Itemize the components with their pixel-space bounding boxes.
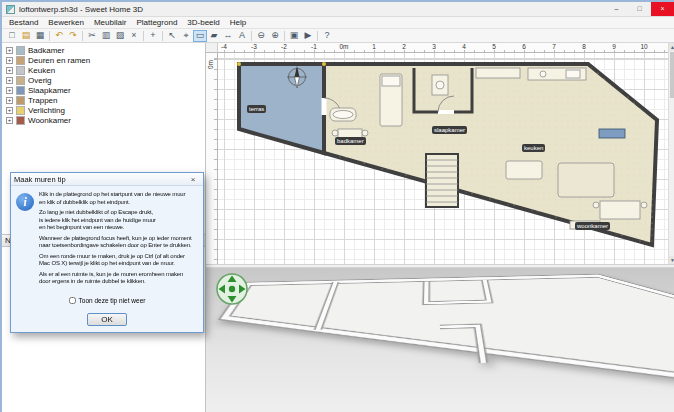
sidebar-item-deuren-en-ramen[interactable]: + Deuren en ramen [2, 55, 205, 65]
sidebar-item-keuken[interactable]: + Keuken [2, 65, 205, 75]
menu-3d-beeld[interactable]: 3D-beeld [182, 18, 224, 27]
expand-icon[interactable]: + [6, 77, 13, 84]
select-tool-button[interactable]: ↖ [165, 30, 179, 42]
menu-help[interactable]: Help [225, 18, 251, 27]
sidebar-item-overig[interactable]: + Overig [2, 75, 205, 85]
save-button[interactable]: ▦ [33, 30, 47, 42]
window-title: loftontwerp.sh3d - Sweet Home 3D [19, 5, 605, 14]
expand-icon[interactable]: + [6, 117, 13, 124]
redo-button[interactable]: ↷ [66, 30, 80, 42]
catalog-tree: + Badkamer + Deuren en ramen + Keuken + … [2, 43, 205, 125]
floor-plan[interactable] [218, 53, 668, 264]
toolbar-separator [251, 31, 252, 41]
create-walls-tool-button[interactable]: ▭ [193, 30, 207, 42]
create-photo-button[interactable]: ▣ [287, 30, 301, 42]
toolbar-separator [49, 31, 50, 41]
room-label-keuken[interactable]: keuken [522, 144, 545, 152]
redo-icon: ↷ [69, 31, 77, 40]
info-icon: i [16, 193, 34, 211]
menu-bestand[interactable]: Bestand [4, 18, 43, 27]
cut-button[interactable]: ✂ [85, 30, 99, 42]
zoom-out-icon: ⊖ [257, 31, 265, 40]
sidebar-item-verlichting[interactable]: + Verlichting [2, 105, 205, 115]
expand-icon[interactable]: + [6, 57, 13, 64]
room-label-badkamer[interactable]: badkamer [335, 137, 366, 145]
create-dimensions-tool-button[interactable]: ↔ [221, 30, 235, 42]
sidebar-item-woonkamer[interactable]: + Woonkamer [2, 115, 205, 125]
scrollbar-thumb[interactable] [670, 52, 674, 98]
ruler-number: 1 [372, 43, 376, 50]
expand-icon[interactable]: + [6, 47, 13, 54]
ruler-number: 0m [339, 43, 348, 50]
new-button[interactable]: □ [5, 30, 19, 42]
dialog-text-line: naar toetsenbordingave schakelen door op… [39, 242, 198, 250]
category-label: Slaapkamer [28, 86, 71, 95]
dialog-title-bar[interactable]: Maak muren tip × [11, 173, 203, 186]
delete-button[interactable]: × [127, 30, 141, 42]
expand-icon[interactable]: + [6, 67, 13, 74]
ruler-number: 7 [552, 43, 556, 50]
pan-icon: ⌖ [183, 31, 188, 40]
category-label: Keuken [28, 66, 55, 75]
menu-bewerken[interactable]: Bewerken [43, 18, 89, 27]
dialog-text-line: Mac OS X) terwijl je klikt op het eindpu… [39, 260, 198, 268]
room-label-slaapkamer[interactable]: slaapkamer [432, 126, 467, 134]
scroll-down-icon[interactable]: ▼ [669, 256, 674, 264]
toolbar-separator [317, 31, 318, 41]
copy-button[interactable]: ▥ [99, 30, 113, 42]
help-icon: ? [324, 31, 329, 40]
sidebar-item-slaapkamer[interactable]: + Slaapkamer [2, 85, 205, 95]
dialog-body: i Klik in de plattegrond op het startpun… [11, 186, 203, 294]
floor-plan-canvas[interactable]: terras badkamer slaapkamer keuken woonka… [218, 53, 668, 264]
expand-icon[interactable]: + [6, 107, 13, 114]
scroll-up-icon[interactable]: ▲ [669, 43, 674, 51]
ruler-number: 8 [582, 43, 586, 50]
room-label-terras[interactable]: terras [247, 105, 266, 113]
ruler-number: 2 [402, 43, 406, 50]
expand-icon[interactable]: + [6, 87, 13, 94]
open-folder-icon: ▤ [22, 31, 31, 40]
cut-scissors-icon: ✂ [88, 31, 96, 40]
3d-walls[interactable] [206, 269, 674, 412]
create-rooms-icon: ▰ [211, 31, 218, 40]
dont-show-again-checkbox[interactable] [69, 297, 76, 304]
ruler-number: 4 [462, 43, 466, 50]
zoom-in-button[interactable]: ⊕ [268, 30, 282, 42]
undo-button[interactable]: ↶ [52, 30, 66, 42]
help-button[interactable]: ? [320, 30, 334, 42]
open-button[interactable]: ▤ [19, 30, 33, 42]
room-label-woonkamer[interactable]: woonkamer [575, 222, 610, 230]
zoom-out-button[interactable]: ⊖ [254, 30, 268, 42]
photo-icon: ▣ [290, 31, 299, 40]
dialog-close-icon[interactable]: × [186, 175, 200, 184]
create-walls-icon: ▭ [196, 31, 205, 40]
category-deuren-icon [16, 56, 25, 65]
plan-vertical-scrollbar[interactable]: ▲ ▼ [668, 43, 674, 264]
category-keuken-icon [16, 66, 25, 75]
create-video-button[interactable]: ▶ [301, 30, 315, 42]
close-button[interactable]: × [651, 2, 674, 16]
sidebar-item-trappen[interactable]: + Trappen [2, 95, 205, 105]
expand-icon[interactable]: + [6, 97, 13, 104]
dialog-text-line: en klik of dubbelklik op het eindpunt. [39, 199, 198, 207]
toolbar-separator [82, 31, 83, 41]
minimize-button[interactable]: – [605, 2, 628, 16]
ok-button[interactable]: OK [87, 313, 127, 326]
delete-icon: × [131, 31, 136, 40]
add-furniture-button[interactable]: + [146, 30, 160, 42]
ruler-number: 3 [432, 43, 436, 50]
category-woonkamer-icon [16, 116, 25, 125]
pan-tool-button[interactable]: ⌖ [179, 30, 193, 42]
add-text-tool-button[interactable]: A [235, 30, 249, 42]
menu-meubilair[interactable]: Meubilair [89, 18, 131, 27]
3d-navigation-pad-icon[interactable] [216, 273, 248, 305]
category-label: Verlichting [28, 106, 65, 115]
paste-button[interactable]: ▨ [113, 30, 127, 42]
3d-view-panel[interactable] [206, 268, 674, 412]
menu-plattegrond[interactable]: Plattegrond [131, 18, 182, 27]
select-arrow-icon: ↖ [168, 31, 176, 40]
create-rooms-tool-button[interactable]: ▰ [207, 30, 221, 42]
sidebar-item-badkamer[interactable]: + Badkamer [2, 45, 205, 55]
video-icon: ▶ [305, 31, 312, 40]
maximize-button[interactable]: □ [628, 2, 651, 16]
